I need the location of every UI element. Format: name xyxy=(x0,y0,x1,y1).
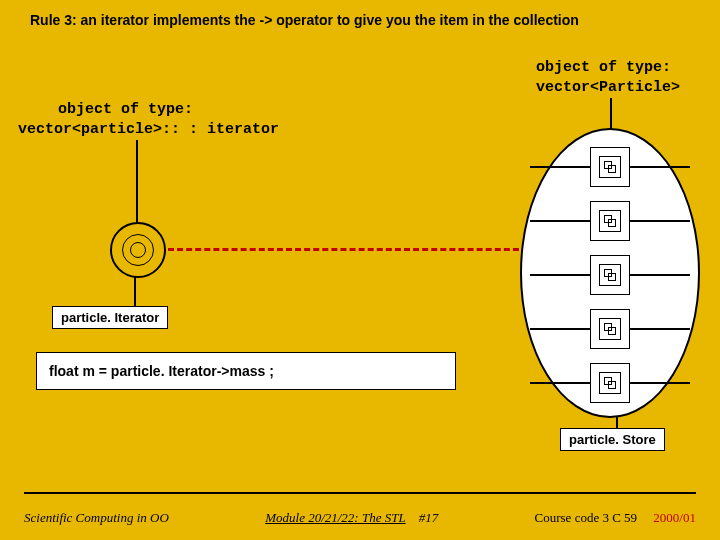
particle-icon xyxy=(590,147,630,187)
vector-type-label: object of type: vector<Particle> xyxy=(536,58,680,97)
vector-container xyxy=(520,128,700,418)
footer-slide-number: #17 xyxy=(419,510,439,525)
connector-line xyxy=(630,166,690,168)
particle-slot xyxy=(530,198,690,244)
particle-icon xyxy=(590,201,630,241)
footer-divider xyxy=(24,492,696,494)
particle-icon xyxy=(590,363,630,403)
iterator-type-line2: vector<particle>:: : iterator xyxy=(18,120,279,140)
particle-icon xyxy=(590,309,630,349)
iterator-object-icon xyxy=(110,222,166,278)
connector-line xyxy=(630,274,690,276)
particle-store-label: particle. Store xyxy=(560,428,665,451)
iterator-pointer-line xyxy=(136,140,138,224)
vector-type-line2: vector<Particle> xyxy=(536,78,680,98)
footer-course-name: Scientific Computing in OO xyxy=(24,510,169,526)
vector-ellipse-icon xyxy=(520,128,700,418)
particle-slot xyxy=(530,306,690,352)
particle-slot xyxy=(530,144,690,190)
connector-line xyxy=(530,382,590,384)
iterator-type-line1: object of type: xyxy=(18,100,279,120)
particle-slot xyxy=(530,360,690,406)
connector-line xyxy=(530,274,590,276)
particle-icon xyxy=(590,255,630,295)
footer-course-code: Course code 3 C 59 xyxy=(535,510,638,525)
slide-title: Rule 3: an iterator implements the -> op… xyxy=(30,12,690,28)
vector-pointer-line xyxy=(610,98,612,130)
connector-line xyxy=(630,220,690,222)
footer: Scientific Computing in OO Module 20/21/… xyxy=(24,510,696,526)
vector-type-line1: object of type: xyxy=(536,58,680,78)
code-example: float m = particle. Iterator->mass ; xyxy=(36,352,456,390)
iterator-type-label: object of type: vector<particle>:: : ite… xyxy=(18,100,279,139)
connector-line xyxy=(630,382,690,384)
connector-line xyxy=(530,220,590,222)
particle-iterator-label: particle. Iterator xyxy=(52,306,168,329)
particle-iterator-pointer-line xyxy=(134,276,136,306)
iterator-inner-ring2 xyxy=(130,242,146,258)
connector-line xyxy=(630,328,690,330)
connector-line xyxy=(530,166,590,168)
particle-slot xyxy=(530,252,690,298)
footer-year: 2000/01 xyxy=(653,510,696,525)
dereference-arrow-icon xyxy=(168,248,528,251)
footer-module: Module 20/21/22: The STL xyxy=(265,510,405,525)
connector-line xyxy=(530,328,590,330)
